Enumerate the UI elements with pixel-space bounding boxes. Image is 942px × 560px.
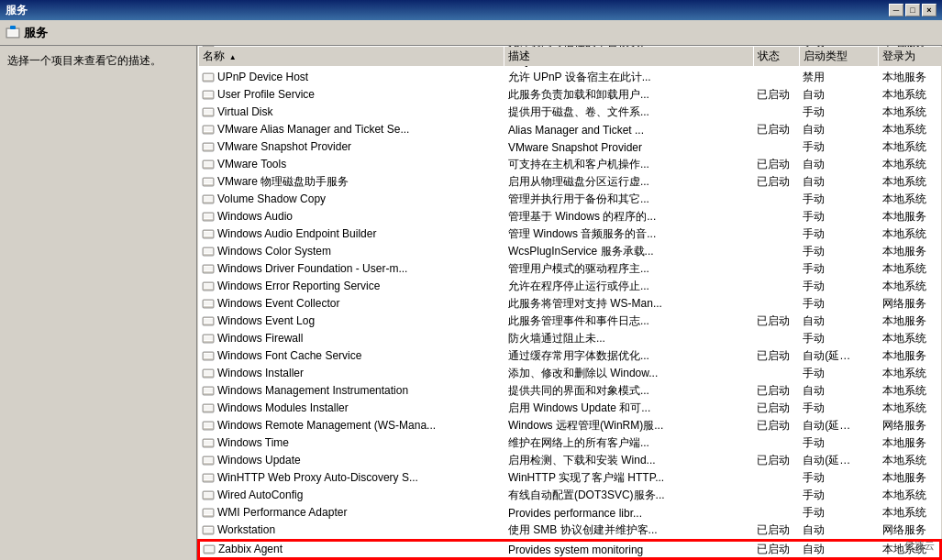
service-name-cell: VMware Snapshot Provider [198, 138, 504, 156]
service-logon-cell: 本地系统 [879, 225, 941, 243]
service-status-cell: 已启动 [753, 156, 799, 173]
svg-rect-115 [204, 492, 213, 498]
col-status-header[interactable]: 状态 [753, 46, 799, 66]
service-status-cell: 已启动 [753, 417, 799, 434]
table-row[interactable]: Windows Time维护在网络上的所有客户端...手动本地服务 [198, 434, 941, 452]
table-row[interactable]: Windows Driver Foundation - User-m...管理用… [198, 260, 941, 278]
service-desc-cell: 管理基于 Windows 的程序的... [504, 208, 753, 225]
service-autostart-cell: 自动 [799, 173, 879, 191]
service-autostart-cell: 手动 [799, 138, 879, 156]
service-autostart-cell: 手动 [799, 330, 879, 347]
table-row[interactable]: Windows Firewall防火墙通过阻止未...手动本地系统 [198, 330, 941, 347]
service-desc-cell: 此服务将管理对支持 WS-Man... [504, 295, 753, 313]
service-autostart-cell: 手动 [799, 400, 879, 417]
service-desc-cell: 通过缓存常用字体数据优化... [504, 347, 753, 365]
service-desc-cell: 管理并执行用于备份和其它... [504, 191, 753, 208]
service-name-cell: Zabbix Agent [198, 540, 504, 559]
col-desc-header[interactable]: 描述 [504, 46, 753, 66]
table-row[interactable]: Windows Installer添加、修改和删除以 Window...手动本地… [198, 365, 941, 382]
service-name-cell: Windows Audio [198, 208, 504, 225]
table-row[interactable]: Windows Color SystemWcsPlugInService 服务承… [198, 243, 941, 260]
table-row[interactable]: VMware Tools可支持在主机和客户机操作...已启动自动本地系统 [198, 156, 941, 173]
table-row[interactable]: Windows Audio管理基于 Windows 的程序的...手动本地服务 [198, 208, 941, 225]
service-name-cell: WMI Performance Adapter [198, 504, 504, 522]
maximize-button[interactable]: □ [905, 4, 920, 16]
svg-rect-107 [204, 457, 213, 463]
service-name-cell: User Profile Service [198, 86, 504, 104]
service-logon-cell: 网络服务 [879, 417, 941, 434]
table-row[interactable]: Windows Event Log此服务管理事件和事件日志...已启动自动本地服… [198, 313, 941, 330]
table-row[interactable]: Windows Audio Endpoint Builder管理 Windows… [198, 225, 941, 243]
service-status-cell [753, 504, 799, 522]
table-row[interactable]: Windows Remote Management (WS-Mana...Win… [198, 417, 941, 434]
svg-rect-95 [204, 405, 213, 411]
table-row[interactable]: Windows Management Instrumentation提供共同的界… [198, 382, 941, 400]
table-row[interactable]: Virtual Disk提供用于磁盘、卷、文件系...手动本地系统 [198, 104, 941, 121]
table-row[interactable]: Windows Error Reporting Service允许在程序停止运行… [198, 278, 941, 295]
service-status-cell [753, 69, 799, 86]
service-desc-cell: 启用检测、下载和安装 Wind... [504, 452, 753, 469]
toolbar: 服务 [0, 20, 942, 46]
service-logon-cell: 网络服务 [879, 522, 941, 540]
table-row[interactable]: Windows Event Collector此服务将管理对支持 WS-Man.… [198, 295, 941, 313]
svg-rect-55 [204, 231, 213, 236]
service-name-cell: Windows Remote Management (WS-Mana... [198, 417, 504, 434]
service-autostart-cell: 自动 [799, 522, 879, 540]
table-row[interactable]: Volume Shadow Copy管理并执行用于备份和其它...手动本地系统 [198, 191, 941, 208]
col-autostart-header[interactable]: 启动类型 [799, 46, 879, 66]
service-logon-cell: 本地服务 [879, 469, 941, 487]
title-bar: 服务 ─ □ × [0, 0, 942, 20]
table-row[interactable]: WinHTTP Web Proxy Auto-Discovery S...Win… [198, 469, 941, 487]
table-row[interactable]: Zabbix AgentProvides system monitoring已启… [198, 540, 941, 559]
left-panel-text: 选择一个项目来查看它的描述。 [7, 54, 161, 67]
service-name-cell: Windows Time [198, 434, 504, 452]
service-logon-cell: 本地系统 [879, 173, 941, 191]
col-name-header[interactable]: 名称 ▲ [198, 46, 504, 66]
svg-rect-75 [204, 318, 213, 324]
service-autostart-cell: 自动(延… [799, 347, 879, 365]
table-row[interactable]: Windows Update启用检测、下载和安装 Wind...已启动自动(延…… [198, 452, 941, 469]
service-autostart-cell: 自动 [799, 313, 879, 330]
service-desc-cell: 启用 Windows Update 和可... [504, 400, 753, 417]
table-row[interactable]: UPnP Device Host允许 UPnP 设备宿主在此计...禁用本地服务 [198, 69, 941, 86]
svg-rect-59 [204, 248, 213, 254]
table-row[interactable]: Workstation使用 SMB 协议创建并维护客...已启动自动网络服务 [198, 522, 941, 540]
table-row[interactable]: WMI Performance AdapterProvides performa… [198, 504, 941, 522]
scroll-container[interactable]: 名称 ▲ 描述 状态 启动类型 登录为 TP VC Gateway Servic… [197, 46, 942, 560]
service-status-cell: 已启动 [753, 400, 799, 417]
close-button[interactable]: × [922, 4, 936, 16]
table-row[interactable]: User Profile Service此服务负责加载和卸载用户...已启动自动… [198, 86, 941, 104]
service-logon-cell: 本地系统 [879, 330, 941, 347]
service-desc-cell: 防火墙通过阻止未... [504, 330, 753, 347]
table-row[interactable]: Windows Font Cache Service通过缓存常用字体数据优化..… [198, 347, 941, 365]
service-desc-cell: 此服务负责加载和卸载用户... [504, 86, 753, 104]
minimize-button[interactable]: ─ [889, 4, 903, 16]
svg-rect-51 [204, 214, 213, 219]
service-logon-cell: 本地服务 [879, 243, 941, 260]
service-desc-cell: 维护在网络上的所有客户端... [504, 434, 753, 452]
service-logon-cell: 本地系统 [879, 104, 941, 121]
table-row[interactable]: VMware Snapshot ProviderVMware Snapshot … [198, 138, 941, 156]
service-logon-cell: 本地服务 [879, 69, 941, 86]
col-logon-header[interactable]: 登录为 [879, 46, 941, 66]
window-title: 服务 [6, 3, 889, 18]
watermark: 亿速云 [904, 539, 935, 553]
service-autostart-cell: 自动 [799, 540, 879, 559]
service-status-cell [753, 295, 799, 313]
svg-rect-99 [204, 423, 213, 428]
table-row[interactable]: Windows Modules Installer启用 Windows Upda… [198, 400, 941, 417]
service-logon-cell: 网络服务 [879, 295, 941, 313]
table-row[interactable]: VMware Alias Manager and Ticket Se...Ali… [198, 121, 941, 138]
table-row[interactable]: Wired AutoConfig有线自动配置(DOT3SVC)服务...手动本地… [198, 487, 941, 504]
service-desc-cell: 管理用户模式的驱动程序主... [504, 260, 753, 278]
service-desc-cell: 添加、修改和删除以 Window... [504, 365, 753, 382]
service-autostart-cell: 手动 [799, 104, 879, 121]
service-status-cell: 已启动 [753, 347, 799, 365]
service-autostart-cell: 自动 [799, 382, 879, 400]
services-tbody: TP VC Gateway ServiceThinPrint component… [198, 46, 941, 559]
service-logon-cell: 本地系统 [879, 278, 941, 295]
service-status-cell [753, 104, 799, 121]
svg-rect-123 [204, 527, 213, 533]
service-desc-cell: Provides system monitoring [504, 540, 753, 559]
table-row[interactable]: VMware 物理磁盘助手服务启用从物理磁盘分区运行虚...已启动自动本地系统 [198, 173, 941, 191]
